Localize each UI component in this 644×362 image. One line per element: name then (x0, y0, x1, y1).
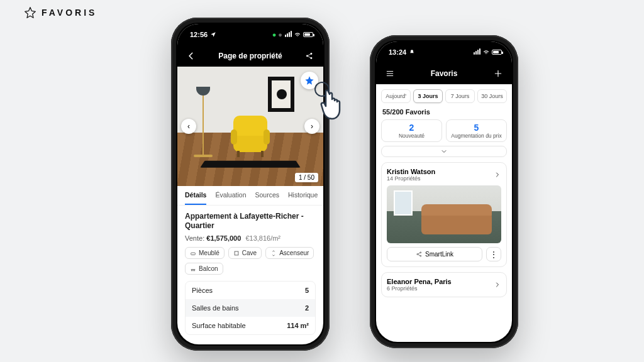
seg-today[interactable]: Aujourd' (381, 89, 411, 103)
dynamic-island (228, 29, 272, 40)
stat-new[interactable]: 2 Nouveauté (381, 119, 442, 142)
favorite-card[interactable]: Kristin Watson 14 Propriétés SmartLink ⋮ (381, 162, 507, 267)
chip-furnished: Meublé (185, 247, 225, 259)
nav-title: Favoris (396, 69, 492, 78)
chip-elevator: Ascenseur (265, 247, 314, 259)
status-time: 13:24 (389, 48, 406, 56)
chip-balcony: Balcon (185, 263, 223, 275)
share-icon (305, 52, 314, 60)
box-icon (233, 250, 240, 256)
gallery-prev[interactable]: ‹ (181, 119, 196, 134)
svg-point-5 (417, 254, 418, 255)
spec-row: Salles de bains2 (186, 299, 315, 317)
card-image (387, 185, 501, 243)
tab-evaluation[interactable]: Évaluation (215, 191, 246, 205)
chevron-left-icon (187, 52, 196, 60)
card-sub: 14 Propriétés (387, 175, 435, 182)
price-line: Vente: €1,575,000 €13,816/m² (185, 234, 316, 242)
tab-sources[interactable]: Sources (255, 191, 279, 205)
location-arrow-icon (210, 31, 216, 38)
card-sub: 6 Propriétés (387, 285, 452, 292)
svg-point-2 (310, 57, 312, 59)
signal-icon (473, 48, 480, 56)
dynamic-island (422, 47, 466, 58)
phone-favorites: 13:24 Favoris Aujourd' 3 Jours 7 Jours 3… (370, 35, 518, 348)
favorites-count: 55/200 Favoris (376, 108, 512, 119)
card-name: Eleanor Pena, Paris (387, 278, 452, 285)
feature-chips: Meublé Cave Ascenseur Balcon (185, 247, 316, 275)
seg-7days[interactable]: 7 Jours (445, 89, 475, 103)
plus-icon (494, 69, 502, 78)
stats-row: 2 Nouveauté 5 Augmentation du prix (376, 119, 512, 146)
menu-icon (386, 69, 394, 78)
share-icon (416, 251, 423, 258)
stat-price-up[interactable]: 5 Augmentation du prix (446, 119, 507, 142)
wifi-icon (294, 31, 301, 38)
tab-details[interactable]: Détails (185, 191, 206, 205)
balcony-icon (190, 266, 196, 272)
sofa-icon (190, 250, 196, 256)
hero-image[interactable]: ‹ › 1 / 50 (177, 67, 323, 186)
elevator-icon (270, 250, 277, 256)
image-counter: 1 / 50 (295, 173, 318, 182)
favorite-card[interactable]: Eleanor Pena, Paris 6 Propriétés (381, 272, 507, 297)
nav-title: Page de propriété (197, 52, 303, 60)
wall-art (268, 77, 294, 112)
tab-history[interactable]: Historique (288, 191, 318, 205)
time-filter: Aujourd' 3 Jours 7 Jours 30 Jours (376, 84, 512, 108)
star-filled-icon (304, 75, 314, 85)
nav-bar: Favoris (376, 63, 512, 84)
chevron-right-icon (494, 171, 501, 178)
status-time: 12:56 (190, 31, 208, 38)
spec-row: Surface habitable114 m² (186, 317, 315, 334)
chip-cellar: Cave (228, 247, 262, 259)
add-button[interactable] (492, 69, 504, 78)
back-button[interactable] (185, 52, 197, 60)
svg-point-6 (420, 252, 421, 253)
seg-3days[interactable]: 3 Jours (413, 89, 443, 103)
svg-point-7 (420, 255, 421, 256)
bell-icon (409, 49, 415, 55)
floor-lamp (194, 92, 213, 157)
phone-property: 12:56 ●● Page de propriété (171, 18, 330, 351)
chevron-right-icon (494, 281, 501, 288)
share-button[interactable] (303, 52, 316, 60)
signal-icon (284, 31, 292, 38)
svg-point-0 (306, 55, 308, 57)
seg-30days[interactable]: 30 Jours (477, 89, 507, 103)
spec-table: Pièces5 Salles de bains2 Surface habitab… (185, 281, 316, 335)
battery-icon (492, 50, 502, 55)
svg-point-1 (310, 53, 312, 55)
card-name: Kristin Watson (387, 168, 435, 175)
menu-button[interactable] (384, 69, 396, 78)
yellow-armchair (228, 113, 272, 157)
chevron-down-icon (440, 148, 448, 155)
battery-icon (303, 32, 313, 37)
wifi-icon (482, 49, 490, 55)
spec-row: Pièces5 (186, 282, 315, 299)
svg-rect-3 (191, 253, 196, 255)
cursor-hand (314, 82, 350, 124)
svg-rect-4 (235, 251, 238, 255)
property-title: Appartement à Lafayette-Richer - Quartie… (185, 212, 316, 231)
nav-bar: Page de propriété (177, 45, 323, 67)
more-button[interactable]: ⋮ (486, 247, 501, 261)
smartlink-button[interactable]: SmartLink (387, 247, 482, 261)
tab-bar: Détails Évaluation Sources Historique (177, 186, 323, 206)
expand-stats[interactable] (381, 146, 507, 157)
